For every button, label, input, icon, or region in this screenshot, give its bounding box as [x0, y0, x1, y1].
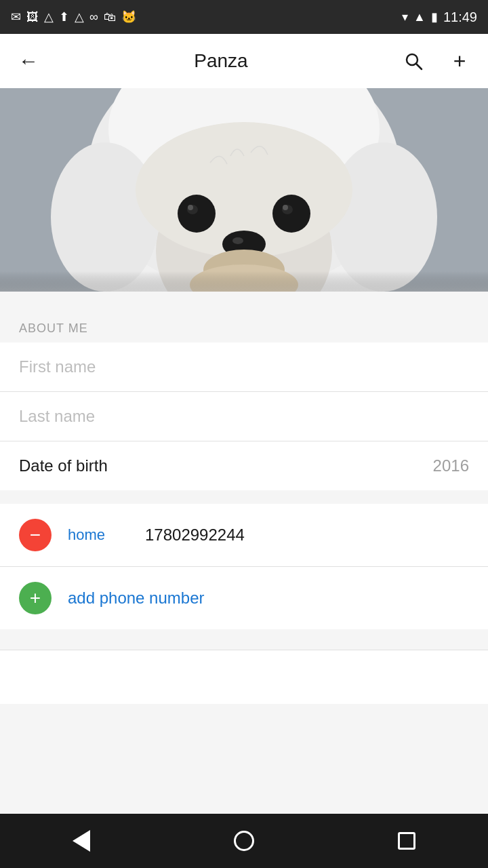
- voicemail-icon: ∞: [89, 11, 98, 23]
- back-icon: ←: [18, 50, 39, 73]
- add-button[interactable]: +: [445, 46, 474, 76]
- nav-home-icon: [234, 831, 254, 851]
- nav-back-icon: [73, 830, 90, 852]
- phone-number-value[interactable]: 17802992244: [145, 526, 245, 545]
- search-icon: [404, 52, 423, 71]
- about-card: First name Last name Date of birth 2016: [0, 342, 488, 490]
- battery-icon: ▮: [431, 11, 438, 23]
- nav-back-button[interactable]: [61, 821, 102, 861]
- phone-type-label: home: [68, 526, 129, 544]
- svg-line-1: [416, 64, 422, 69]
- status-bar: ✉ 🖼 △ ⬆ △ ∞ 🛍 🐱 ▾ ▲ ▮ 11:49: [0, 0, 488, 34]
- phone-section: − home 17802992244 + add phone number: [0, 504, 488, 629]
- mail-icon: ✉: [11, 11, 21, 23]
- add-icon: +: [453, 49, 466, 74]
- plus-icon: +: [30, 589, 41, 608]
- add-phone-button[interactable]: +: [19, 582, 52, 614]
- page-title: Panza: [57, 50, 385, 72]
- section-spacer-1: [0, 292, 488, 312]
- contact-photo: [0, 88, 488, 292]
- nav-recents-button[interactable]: [386, 821, 427, 861]
- back-button[interactable]: ←: [14, 46, 43, 76]
- add-phone-label[interactable]: add phone number: [68, 589, 205, 608]
- status-time: 11:49: [443, 9, 477, 25]
- btriangle-icon: △: [75, 11, 84, 23]
- image-icon: 🖼: [26, 11, 39, 23]
- svg-point-8: [51, 142, 159, 292]
- search-button[interactable]: [399, 46, 428, 76]
- svg-point-18: [232, 237, 243, 244]
- last-name-row[interactable]: Last name: [0, 392, 488, 441]
- svg-point-11: [178, 195, 216, 233]
- upload-icon: ⬆: [59, 11, 69, 23]
- nav-bar: [0, 814, 488, 868]
- contact-photo-svg: [0, 88, 488, 292]
- bottom-spacer: [0, 629, 488, 650]
- first-name-field[interactable]: First name: [19, 357, 96, 376]
- signal-icon: ▲: [413, 11, 426, 23]
- dob-value: 2016: [433, 456, 469, 475]
- phone-row-0: − home 17802992244: [0, 504, 488, 567]
- svg-point-9: [329, 142, 437, 292]
- dob-row[interactable]: Date of birth 2016: [0, 441, 488, 490]
- app-bar: ← Panza +: [0, 34, 488, 88]
- app-bar-actions: +: [399, 46, 474, 76]
- cat-icon: 🐱: [121, 11, 136, 23]
- bottom-white-section: [0, 650, 488, 704]
- first-name-row[interactable]: First name: [0, 342, 488, 392]
- svg-point-13: [188, 205, 193, 210]
- wifi-icon: ▾: [402, 11, 408, 23]
- remove-phone-button[interactable]: −: [19, 519, 52, 551]
- svg-rect-21: [0, 271, 488, 292]
- add-phone-row[interactable]: + add phone number: [0, 567, 488, 629]
- minus-icon: −: [30, 526, 41, 545]
- about-section-label: ABOUT ME: [0, 312, 488, 342]
- atriangle-icon: △: [44, 11, 54, 23]
- svg-point-16: [283, 205, 288, 210]
- nav-recents-icon: [398, 832, 415, 850]
- svg-point-14: [272, 195, 310, 233]
- dob-label: Date of birth: [19, 456, 108, 475]
- phone-spacer: [0, 490, 488, 504]
- status-icons-right: ▾ ▲ ▮ 11:49: [402, 9, 477, 25]
- nav-home-button[interactable]: [224, 821, 264, 861]
- status-icons-left: ✉ 🖼 △ ⬆ △ ∞ 🛍 🐱: [11, 11, 136, 23]
- last-name-field[interactable]: Last name: [19, 407, 95, 426]
- bag-icon: 🛍: [104, 11, 116, 23]
